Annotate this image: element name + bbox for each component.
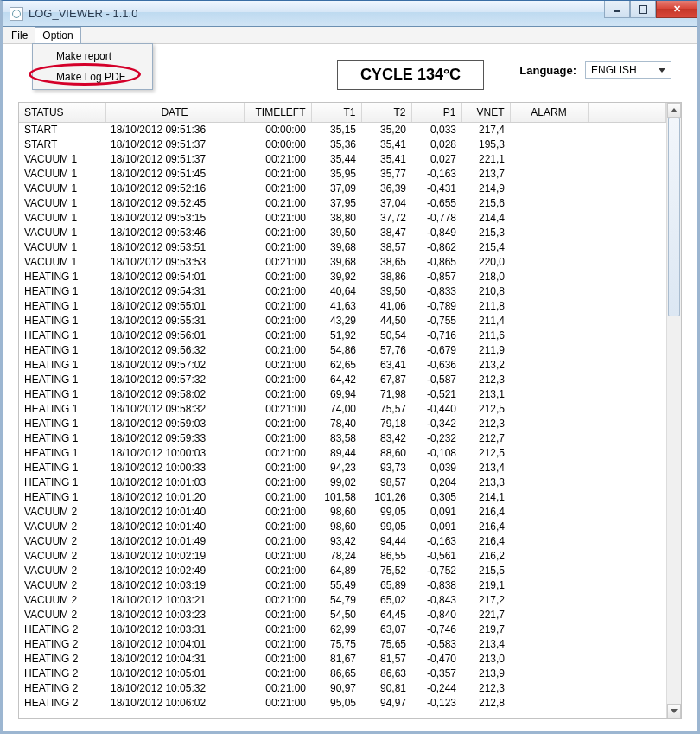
language-select[interactable]: ENGLISH	[585, 61, 671, 79]
cell-timeleft: 00:21:00	[244, 461, 311, 476]
table-row[interactable]: HEATING 118/10/2012 09:56:0100:21:0051,9…	[19, 329, 666, 343]
cell-t1: 81,67	[311, 652, 361, 667]
table-row[interactable]: HEATING 218/10/2012 10:05:3200:21:0090,9…	[19, 681, 666, 696]
col-p1[interactable]: P1	[411, 103, 461, 123]
scroll-down-button[interactable]	[667, 704, 681, 718]
table-row[interactable]: VACUUM 118/10/2012 09:53:4600:21:0039,50…	[19, 226, 666, 240]
cell-alarm	[510, 270, 588, 284]
table-row[interactable]: HEATING 118/10/2012 10:00:0300:21:0089,4…	[19, 446, 666, 461]
table-row[interactable]: HEATING 118/10/2012 09:55:0100:21:0041,6…	[19, 299, 666, 314]
cell-pad	[588, 667, 666, 681]
table-row[interactable]: VACUUM 218/10/2012 10:03:2300:21:0054,50…	[19, 608, 666, 622]
table-row[interactable]: VACUUM 118/10/2012 09:51:4500:21:0035,95…	[19, 167, 666, 182]
table-row[interactable]: START18/10/2012 09:51:3700:00:0035,3635,…	[19, 137, 666, 152]
cell-timeleft: 00:21:00	[244, 637, 311, 652]
cell-vnet: 216,4	[461, 534, 510, 549]
cell-alarm	[510, 637, 588, 652]
col-status[interactable]: STATUS	[19, 103, 105, 123]
cell-alarm	[510, 505, 588, 520]
scroll-track[interactable]	[667, 118, 681, 704]
cell-alarm	[510, 299, 588, 314]
table-row[interactable]: VACUUM 218/10/2012 10:01:4000:21:0098,60…	[19, 520, 666, 534]
table-row[interactable]: HEATING 118/10/2012 09:58:0200:21:0069,9…	[19, 387, 666, 402]
table-row[interactable]: VACUUM 118/10/2012 09:52:1600:21:0037,09…	[19, 182, 666, 196]
table-row[interactable]: VACUUM 218/10/2012 10:03:1900:21:0055,49…	[19, 578, 666, 593]
table-row[interactable]: HEATING 118/10/2012 09:57:0200:21:0062,6…	[19, 358, 666, 373]
cell-status: VACUUM 1	[19, 167, 105, 182]
table-row[interactable]: HEATING 118/10/2012 10:01:2000:21:00101,…	[19, 490, 666, 505]
cell-status: HEATING 1	[19, 446, 105, 461]
table-row[interactable]: HEATING 118/10/2012 09:57:3200:21:0064,4…	[19, 373, 666, 387]
table-row[interactable]: VACUUM 118/10/2012 09:53:5300:21:0039,68…	[19, 255, 666, 270]
cell-timeleft: 00:21:00	[244, 417, 311, 431]
cell-status: VACUUM 1	[19, 226, 105, 240]
cell-pad	[588, 564, 666, 578]
table-row[interactable]: HEATING 218/10/2012 10:05:0100:21:0086,6…	[19, 667, 666, 681]
cell-vnet: 216,4	[461, 520, 510, 534]
table-row[interactable]: VACUUM 218/10/2012 10:02:1900:21:0078,24…	[19, 549, 666, 564]
table-row[interactable]: HEATING 118/10/2012 09:54:3100:21:0040,6…	[19, 284, 666, 299]
table-row[interactable]: VACUUM 218/10/2012 10:02:4900:21:0064,89…	[19, 564, 666, 578]
maximize-button[interactable]	[630, 1, 656, 18]
cell-status: HEATING 2	[19, 681, 105, 696]
scroll-up-button[interactable]	[667, 103, 681, 118]
table-row[interactable]: HEATING 118/10/2012 09:56:3200:21:0054,8…	[19, 343, 666, 358]
cell-t1: 39,68	[311, 255, 361, 270]
window-buttons	[604, 1, 697, 18]
scroll-thumb[interactable]	[668, 118, 680, 316]
col-timeleft[interactable]: TIMELEFT	[244, 103, 311, 123]
menu-file[interactable]: File	[4, 27, 35, 43]
cell-p1: 0,204	[411, 476, 461, 490]
cell-date: 18/10/2012 10:02:49	[105, 564, 244, 578]
cell-timeleft: 00:21:00	[244, 431, 311, 446]
table-row[interactable]: VACUUM 118/10/2012 09:53:5100:21:0039,68…	[19, 240, 666, 255]
menu-make-log-pdf[interactable]: Make Log PDF	[35, 67, 150, 87]
log-table: STATUS DATE TIMELEFT T1 T2 P1 VNET ALARM…	[19, 103, 666, 711]
cell-status: VACUUM 2	[19, 564, 105, 578]
table-row[interactable]: HEATING 218/10/2012 10:03:3100:21:0062,9…	[19, 622, 666, 637]
table-row[interactable]: HEATING 118/10/2012 09:59:0300:21:0078,4…	[19, 417, 666, 431]
col-t2[interactable]: T2	[361, 103, 411, 123]
table-row[interactable]: HEATING 118/10/2012 10:01:0300:21:0099,0…	[19, 476, 666, 490]
menu-option[interactable]: Option	[35, 27, 80, 43]
table-row[interactable]: HEATING 118/10/2012 10:00:3300:21:0094,2…	[19, 461, 666, 476]
cell-p1: -0,833	[411, 284, 461, 299]
table-row[interactable]: VACUUM 118/10/2012 09:52:4500:21:0037,95…	[19, 196, 666, 211]
table-row[interactable]: VACUUM 118/10/2012 09:51:3700:21:0035,44…	[19, 152, 666, 167]
minimize-button[interactable]	[604, 1, 630, 18]
table-row[interactable]: HEATING 218/10/2012 10:06:0200:21:0095,0…	[19, 696, 666, 711]
cell-alarm	[510, 681, 588, 696]
cell-t1: 78,40	[311, 417, 361, 431]
table-row[interactable]: VACUUM 218/10/2012 10:01:4900:21:0093,42…	[19, 534, 666, 549]
cell-t2: 35,20	[361, 123, 411, 137]
col-t1[interactable]: T1	[311, 103, 361, 123]
col-vnet[interactable]: VNET	[461, 103, 510, 123]
cell-p1: -0,636	[411, 358, 461, 373]
col-date[interactable]: DATE	[105, 103, 244, 123]
col-alarm[interactable]: ALARM	[510, 103, 588, 123]
menu-make-report[interactable]: Make report	[35, 46, 150, 67]
cell-timeleft: 00:21:00	[244, 299, 311, 314]
table-row[interactable]: HEATING 118/10/2012 09:58:3200:21:0074,0…	[19, 402, 666, 417]
cell-t1: 55,49	[311, 578, 361, 593]
cell-status: VACUUM 1	[19, 211, 105, 226]
table-row[interactable]: START18/10/2012 09:51:3600:00:0035,1535,…	[19, 123, 666, 137]
cell-date: 18/10/2012 10:00:03	[105, 446, 244, 461]
table-row[interactable]: HEATING 118/10/2012 09:54:0100:21:0039,9…	[19, 270, 666, 284]
cell-timeleft: 00:21:00	[244, 476, 311, 490]
close-button[interactable]	[656, 1, 697, 18]
cell-date: 18/10/2012 09:53:15	[105, 211, 244, 226]
table-row[interactable]: HEATING 118/10/2012 09:55:3100:21:0043,2…	[19, 314, 666, 329]
cell-status: HEATING 1	[19, 402, 105, 417]
table-row[interactable]: HEATING 118/10/2012 09:59:3300:21:0083,5…	[19, 431, 666, 446]
cell-date: 18/10/2012 10:05:32	[105, 681, 244, 696]
cell-p1: 0,091	[411, 520, 461, 534]
cell-date: 18/10/2012 09:58:32	[105, 402, 244, 417]
table-row[interactable]: VACUUM 218/10/2012 10:03:2100:21:0054,79…	[19, 593, 666, 608]
vertical-scrollbar[interactable]	[666, 103, 681, 718]
table-row[interactable]: VACUUM 118/10/2012 09:53:1500:21:0038,80…	[19, 211, 666, 226]
option-dropdown: Make report Make Log PDF	[32, 43, 153, 90]
table-row[interactable]: HEATING 218/10/2012 10:04:0100:21:0075,7…	[19, 637, 666, 652]
table-row[interactable]: VACUUM 218/10/2012 10:01:4000:21:0098,60…	[19, 505, 666, 520]
table-row[interactable]: HEATING 218/10/2012 10:04:3100:21:0081,6…	[19, 652, 666, 667]
